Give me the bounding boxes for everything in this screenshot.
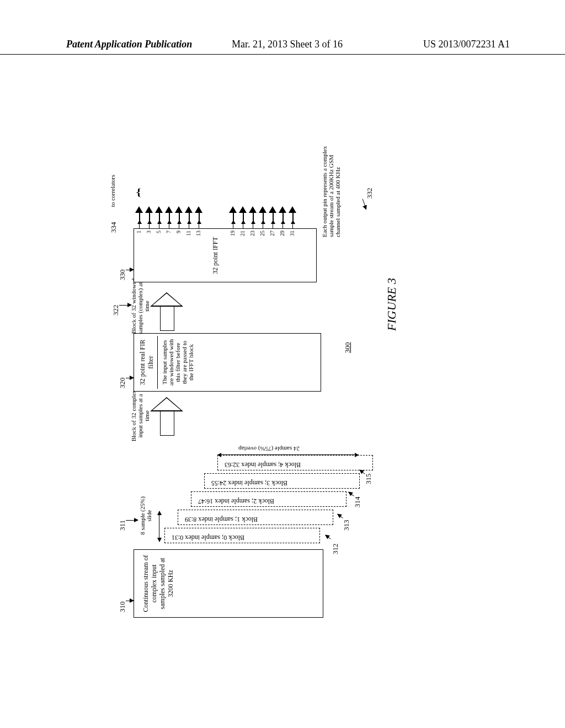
big-arrow-1 (150, 397, 183, 436)
ifft-pin-11 (189, 221, 189, 228)
ifft-pin-23 (253, 221, 253, 228)
ifft-pin-label-23: 23 (249, 231, 255, 240)
ref-312: 312 (331, 544, 340, 555)
block0: Block 0; sample index 0:31 (164, 528, 320, 543)
ifft-pin-27 (273, 221, 273, 228)
ifft-pin-7 (169, 221, 169, 228)
ref-332: 332 (365, 188, 374, 199)
block4: Block 4; sample index 32:63 (217, 455, 373, 470)
figure-caption: FIGURE 3 (385, 278, 399, 331)
slide-label: 8 sample (25%) slide (139, 491, 152, 540)
ref-311: 311 (118, 520, 127, 531)
ifft-title: 32 point IFFT (211, 231, 220, 280)
fir-box: 32 point real FIR filter The input sampl… (134, 333, 321, 392)
ifft-pin-label-11: 11 (185, 231, 191, 240)
ifft-pin-label-7: 7 (166, 231, 172, 240)
header-right: US 2013/0072231 A1 (423, 39, 510, 50)
to-correlators: to correlators (109, 163, 116, 218)
input-stream-box: Continuous stream of complex input sampl… (134, 549, 323, 618)
ifft-pin-label-19: 19 (230, 231, 236, 240)
ifft-pin-label-13: 13 (195, 231, 201, 240)
ref-313: 313 (342, 520, 351, 531)
ref-334: 334 (109, 222, 118, 233)
ifft-pin-label-1: 1 (136, 231, 142, 240)
ifft-pin-25 (263, 221, 263, 228)
fir-title: 32 point real FIR filter (136, 336, 158, 389)
ifft-pin-9 (179, 221, 179, 228)
ref-300: 300 (343, 342, 352, 354)
header-center: Mar. 21, 2013 Sheet 3 of 16 (232, 39, 343, 50)
arrow1-label: Block of 32 complex input samples at a t… (130, 388, 150, 443)
ifft-pin-1 (139, 221, 140, 228)
block3: Block 3; sample index 24:55 (204, 473, 360, 489)
ifft-pin-3 (149, 221, 150, 228)
ifft-pin-label-3: 3 (146, 231, 152, 240)
ifft-pin-label-9: 9 (175, 231, 182, 240)
ifft-pin-5 (159, 221, 159, 228)
output-note: Each output pin represents a complex sam… (321, 143, 341, 237)
ref-320: 320 (118, 378, 127, 389)
ref-314: 314 (353, 497, 362, 508)
input-stream-text: Continuous stream of complex input sampl… (142, 553, 175, 614)
block2: Block 2; sample index 16:47 (191, 491, 347, 507)
ifft-pin-label-27: 27 (269, 231, 275, 240)
fir-desc: The input samples are windowed with this… (158, 336, 198, 389)
block1: Block 1; sample index 8:39 (178, 510, 333, 525)
ifft-pin-label-25: 25 (259, 231, 265, 240)
ifft-pin-29 (282, 221, 283, 228)
ref-322: 322 (111, 305, 120, 316)
ifft-pin-label-29: 29 (279, 231, 285, 240)
ifft-pin-21 (243, 221, 243, 228)
ifft-pin-label-21: 21 (239, 231, 246, 240)
header-left: Patent Application Publication (66, 39, 192, 50)
ifft-pin-19 (233, 221, 233, 228)
ref-330: 330 (118, 270, 127, 281)
ref-310: 310 (118, 602, 127, 613)
overlap-label: 24 sample (75%) overlap (238, 419, 300, 452)
ifft-pin-31 (292, 221, 293, 228)
big-arrow-2 (150, 292, 183, 331)
diagram: Continuous stream of complex input sampl… (134, 121, 431, 618)
ifft-pin-label-31: 31 (289, 231, 295, 240)
arrow2-label: Block of 32 windowed samples (complex) a… (130, 276, 150, 336)
ref-315: 315 (364, 474, 373, 485)
ifft-pin-13 (199, 221, 199, 228)
ifft-pin-label-5: 5 (156, 231, 162, 240)
